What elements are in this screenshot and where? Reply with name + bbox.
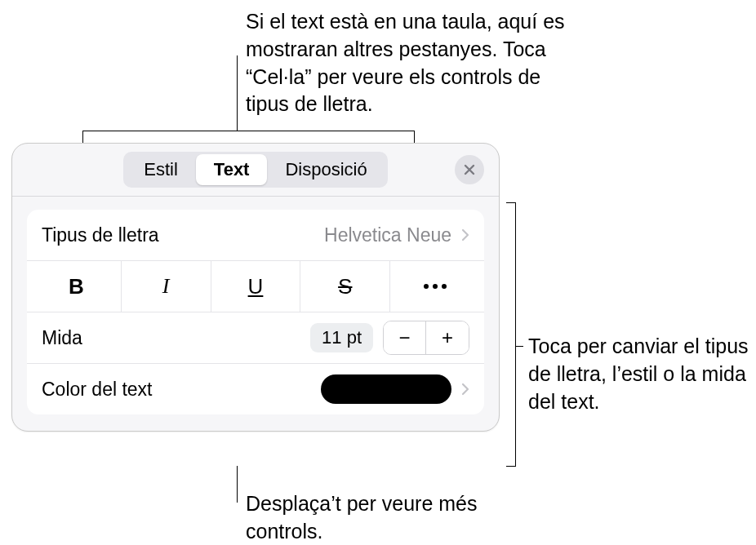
callout-scroll-more: Desplaça’t per veure més controls. xyxy=(246,490,499,545)
font-size-stepper: − + xyxy=(383,321,469,355)
leader-tick xyxy=(414,131,415,143)
tab-style[interactable]: Estil xyxy=(126,154,196,185)
font-family-value: Helvetica Neue xyxy=(324,224,451,246)
popover-header: Estil Text Disposició xyxy=(12,144,499,197)
popover-body: Tipus de lletra Helvetica Neue B I U S M… xyxy=(12,197,499,431)
leader-line xyxy=(237,55,238,131)
font-size-row: Mida 11 pt − + xyxy=(27,312,484,364)
font-family-row[interactable]: Tipus de lletra Helvetica Neue xyxy=(27,210,484,261)
size-decrease-button[interactable]: − xyxy=(384,321,426,354)
italic-button[interactable]: I xyxy=(122,261,211,312)
leader-line xyxy=(82,131,415,131)
tab-text[interactable]: Text xyxy=(196,154,268,185)
close-button[interactable] xyxy=(455,155,484,184)
font-style-row: B I U S xyxy=(27,261,484,312)
leader-line xyxy=(515,202,516,467)
underline-button[interactable]: U xyxy=(211,261,301,312)
leader-tick xyxy=(506,466,516,467)
text-color-row[interactable]: Color del text xyxy=(27,364,484,414)
font-family-label: Tipus de lletra xyxy=(42,224,159,246)
font-size-value[interactable]: 11 pt xyxy=(310,323,373,352)
tab-layout[interactable]: Disposició xyxy=(267,154,385,185)
more-icon xyxy=(424,284,447,289)
leader-line xyxy=(515,346,523,347)
chevron-right-icon xyxy=(461,228,469,241)
format-text-popover: Estil Text Disposició Tipus de lletra He… xyxy=(11,143,500,432)
text-color-label: Color del text xyxy=(42,379,153,401)
leader-tick xyxy=(82,131,83,143)
chevron-right-icon xyxy=(461,383,469,396)
leader-line xyxy=(237,466,238,503)
tab-segmented-control: Estil Text Disposició xyxy=(123,152,387,188)
close-icon xyxy=(463,163,476,176)
font-size-label: Mida xyxy=(42,327,82,349)
size-increase-button[interactable]: + xyxy=(426,321,469,354)
text-color-swatch[interactable] xyxy=(321,374,451,404)
strike-button[interactable]: S xyxy=(300,261,390,312)
text-controls-card: Tipus de lletra Helvetica Neue B I U S M… xyxy=(27,210,484,414)
leader-tick xyxy=(506,202,516,203)
callout-font-style: Toca per canviar el tipus de lletra, l’e… xyxy=(528,333,749,415)
callout-tabs-note: Si el text està en una taula, aquí es mo… xyxy=(246,8,580,118)
more-styles-button[interactable] xyxy=(390,261,479,312)
bold-button[interactable]: B xyxy=(32,261,122,312)
